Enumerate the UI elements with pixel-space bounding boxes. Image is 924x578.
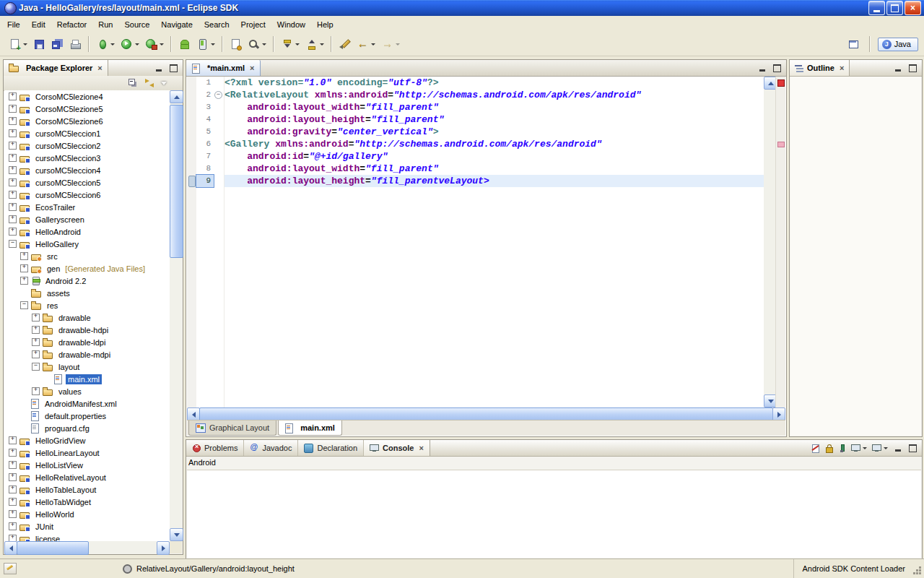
tree-item-hellogallery[interactable]: −HelloGallery <box>4 238 170 250</box>
folding-ruler[interactable]: − <box>214 77 225 407</box>
scroll-lock-button[interactable] <box>825 444 833 453</box>
page-tab-graphical-layout[interactable]: Graphical Layout <box>188 420 276 436</box>
tree-item-hellotablelayout[interactable]: +HelloTableLayout <box>4 483 170 496</box>
run-button[interactable] <box>118 35 142 53</box>
menu-source[interactable]: Source <box>118 17 155 32</box>
close-editor-icon[interactable]: × <box>250 64 254 72</box>
collapse-icon[interactable]: − <box>32 363 40 371</box>
page-tab-main-xml[interactable]: main.xml <box>278 420 342 436</box>
clear-console-button[interactable] <box>811 444 820 453</box>
expand-icon[interactable]: + <box>20 264 28 272</box>
open-type-button[interactable] <box>227 35 245 53</box>
tree-item-corsomc5lezione4[interactable]: +CorsoMC5lezione4 <box>4 90 170 103</box>
previous-annotation-button[interactable] <box>302 35 327 53</box>
new-android-project-button[interactable] <box>175 35 193 53</box>
collapse-icon[interactable]: − <box>9 240 17 248</box>
project-tree[interactable]: +CorsoMC5lezione4+CorsoMC5lezione5+Corso… <box>4 90 170 541</box>
dropdown-arrow-icon[interactable] <box>262 43 266 46</box>
expand-icon[interactable]: + <box>9 129 17 137</box>
dropdown-arrow-icon[interactable] <box>863 447 867 449</box>
expand-icon[interactable]: + <box>9 535 17 541</box>
overview-ruler[interactable] <box>775 77 785 407</box>
pin-console-button[interactable] <box>838 444 846 453</box>
scrollbar-thumb[interactable] <box>17 541 89 555</box>
close-view-icon[interactable]: × <box>97 64 102 72</box>
package-explorer-horizontal-scrollbar[interactable] <box>4 541 170 553</box>
editor-vertical-scrollbar[interactable] <box>764 77 776 407</box>
back-button[interactable] <box>354 35 378 53</box>
menu-help[interactable]: Help <box>311 17 339 32</box>
save-all-button[interactable] <box>48 35 66 53</box>
tree-item-hellogridview[interactable]: +HelloGridView <box>4 434 170 447</box>
tree-item-values[interactable]: +values <box>4 385 170 397</box>
scrollbar-thumb[interactable] <box>170 105 183 258</box>
menu-file[interactable]: File <box>1 17 26 32</box>
scroll-left-button[interactable] <box>4 541 17 555</box>
open-console-button[interactable] <box>872 444 888 452</box>
java-perspective-button[interactable]: J Java <box>878 38 918 51</box>
package-explorer-tab[interactable]: Package Explorer × <box>4 60 108 76</box>
resize-grip[interactable] <box>912 566 923 576</box>
tree-item-hellolinearlayout[interactable]: +HelloLinearLayout <box>4 447 170 459</box>
last-edit-location-button[interactable] <box>336 35 354 53</box>
expand-icon[interactable]: + <box>9 166 17 174</box>
dropdown-arrow-icon[interactable] <box>23 43 27 46</box>
expand-icon[interactable]: + <box>9 473 17 481</box>
tree-item-junit[interactable]: +JUnit <box>4 520 170 532</box>
maximize-view-button[interactable] <box>167 63 179 73</box>
minimize-editor-button[interactable] <box>757 63 768 73</box>
fold-collapse-handle[interactable]: − <box>214 91 222 99</box>
maximize-view-button[interactable] <box>907 443 918 453</box>
dropdown-arrow-icon[interactable] <box>396 43 400 46</box>
tree-item-hellolistview[interactable]: +HelloListView <box>4 459 170 471</box>
expand-icon[interactable]: + <box>9 178 17 186</box>
expand-icon[interactable]: + <box>9 142 17 150</box>
open-perspective-button[interactable] <box>846 35 862 53</box>
annotation-ruler[interactable] <box>187 77 197 407</box>
scroll-down-button[interactable] <box>170 528 183 541</box>
scroll-right-button[interactable] <box>157 541 170 555</box>
expand-icon[interactable]: + <box>32 387 40 395</box>
job-progress[interactable]: Android SDK Content Loader <box>793 559 924 578</box>
tree-item-androidmanifest-xml[interactable]: AndroidManifest.xml <box>4 397 170 410</box>
debug-button[interactable] <box>93 35 118 53</box>
link-with-editor-icon[interactable] <box>144 79 154 87</box>
expand-icon[interactable]: + <box>9 436 17 444</box>
tree-item-helloandroid[interactable]: +HelloAndroid <box>4 225 170 238</box>
expand-icon[interactable]: + <box>9 522 17 530</box>
xml-source-text[interactable]: <?xml version="1.0" encoding="utf-8"?><R… <box>225 77 764 407</box>
package-explorer-vertical-scrollbar[interactable] <box>170 90 182 541</box>
expand-icon[interactable]: + <box>9 92 17 100</box>
console-tab-declaration[interactable]: Declaration <box>298 440 364 456</box>
collapse-all-icon[interactable] <box>128 79 138 87</box>
expand-icon[interactable]: + <box>20 252 28 260</box>
tree-item-assets[interactable]: assets <box>4 287 170 299</box>
expand-icon[interactable]: + <box>9 215 17 223</box>
expand-icon[interactable]: + <box>9 449 17 457</box>
expand-icon[interactable]: + <box>32 326 40 334</box>
next-annotation-button[interactable] <box>278 35 302 53</box>
maximize-view-button[interactable] <box>907 63 918 73</box>
tree-item-proguard-cfg[interactable]: proguard.cfg <box>4 422 170 434</box>
android-sdk-manager-button[interactable] <box>193 35 218 53</box>
close-view-icon[interactable]: × <box>419 444 424 452</box>
close-view-icon[interactable]: × <box>840 64 844 72</box>
menu-run[interactable]: Run <box>92 17 118 32</box>
fast-view-icon[interactable] <box>4 563 17 574</box>
dropdown-arrow-icon[interactable] <box>160 43 164 46</box>
forward-button[interactable] <box>378 35 403 53</box>
expand-icon[interactable]: + <box>32 350 40 358</box>
tree-item-license[interactable]: +license <box>4 532 170 541</box>
tree-item-drawable-ldpi[interactable]: +drawable-ldpi <box>4 336 170 348</box>
menu-search[interactable]: Search <box>199 17 235 32</box>
tree-item-hellotabwidget[interactable]: +HelloTabWidget <box>4 496 170 508</box>
tree-item-cursomc5leccion4[interactable]: +cursoMC5leccion4 <box>4 164 170 176</box>
tree-item-ecostrailer[interactable]: +EcosTrailer <box>4 201 170 213</box>
tree-item-drawable-mdpi[interactable]: +drawable-mdpi <box>4 348 170 361</box>
tree-item-drawable[interactable]: +drawable <box>4 311 170 324</box>
dropdown-arrow-icon[interactable] <box>135 43 139 46</box>
console-tab-problems[interactable]: Problems <box>186 440 244 456</box>
expand-icon[interactable]: + <box>32 314 40 322</box>
dropdown-arrow-icon[interactable] <box>371 43 375 46</box>
dropdown-arrow-icon[interactable] <box>211 43 215 46</box>
